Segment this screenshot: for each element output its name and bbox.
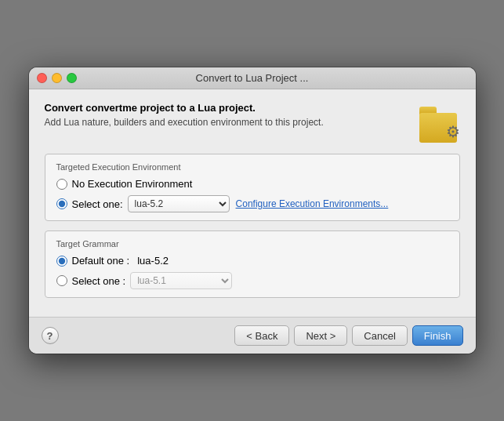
next-button[interactable]: Next > xyxy=(294,325,347,346)
execution-dropdown-wrapper: lua-5.2 lua-5.1 lua-5.3 Configure Execut… xyxy=(128,195,448,212)
default-grammar-value: lua-5.2 xyxy=(137,255,169,267)
no-execution-row: No Execution Environment xyxy=(56,178,448,190)
traffic-lights xyxy=(37,73,77,83)
window-title: Convert to Lua Project ... xyxy=(196,72,309,84)
footer-left: ? xyxy=(42,327,59,344)
target-grammar-label: Target Grammar xyxy=(56,239,448,249)
select-grammar-label: Select one : xyxy=(72,275,126,287)
grammar-dropdown[interactable]: lua-5.1 lua-5.2 lua-5.3 xyxy=(130,272,232,289)
configure-environments-link[interactable]: Configure Execution Environments... xyxy=(236,198,389,209)
help-button[interactable]: ? xyxy=(42,327,59,344)
header-title: Convert convertme project to a Lua proje… xyxy=(45,102,412,114)
select-grammar-radio[interactable] xyxy=(56,275,67,286)
minimize-button[interactable] xyxy=(52,73,62,83)
titlebar: Convert to Lua Project ... xyxy=(29,67,476,89)
header-subtitle: Add Lua nature, builders and execution e… xyxy=(45,117,412,128)
back-button[interactable]: < Back xyxy=(234,325,289,346)
close-button[interactable] xyxy=(37,73,47,83)
maximize-button[interactable] xyxy=(67,73,77,83)
project-icon: ⚙ xyxy=(419,102,460,143)
footer-buttons: < Back Next > Cancel Finish xyxy=(234,325,462,346)
select-grammar-row: Select one : lua-5.1 lua-5.2 lua-5.3 xyxy=(56,272,448,289)
select-execution-radio[interactable] xyxy=(56,198,67,209)
default-grammar-label: Default one : xyxy=(72,255,130,267)
no-execution-label: No Execution Environment xyxy=(72,178,193,190)
default-grammar-radio[interactable] xyxy=(56,256,67,267)
dialog-window: Convert to Lua Project ... Convert conve… xyxy=(29,67,476,354)
cancel-button[interactable]: Cancel xyxy=(352,325,407,346)
gear-icon: ⚙ xyxy=(446,122,460,141)
targeted-execution-label: Targeted Execution Environment xyxy=(56,162,448,172)
finish-button[interactable]: Finish xyxy=(412,325,463,346)
targeted-execution-section: Targeted Execution Environment No Execut… xyxy=(45,154,460,221)
header-text: Convert convertme project to a Lua proje… xyxy=(45,102,412,128)
default-grammar-row: Default one : lua-5.2 xyxy=(56,255,448,267)
header-section: Convert convertme project to a Lua proje… xyxy=(45,102,460,143)
no-execution-radio[interactable] xyxy=(56,179,67,190)
select-execution-row: Select one: lua-5.2 lua-5.1 lua-5.3 Conf… xyxy=(56,195,448,212)
execution-dropdown[interactable]: lua-5.2 lua-5.1 lua-5.3 xyxy=(128,195,230,212)
target-grammar-section: Target Grammar Default one : lua-5.2 Sel… xyxy=(45,230,460,298)
select-execution-label: Select one: xyxy=(72,198,123,210)
footer: ? < Back Next > Cancel Finish xyxy=(29,317,476,354)
main-content: Convert convertme project to a Lua proje… xyxy=(29,89,476,317)
